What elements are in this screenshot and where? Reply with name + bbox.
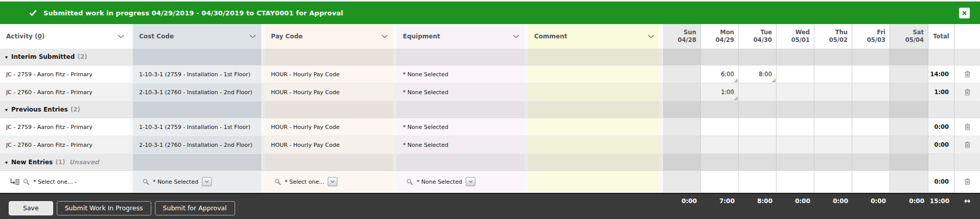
hours-cell-sat[interactable] xyxy=(890,136,928,154)
act-cell[interactable]: JC - 2760 - Aaron Fitz - Primary xyxy=(0,83,129,101)
collapse-caret-icon[interactable]: ▾ xyxy=(5,107,8,113)
hours-cell-sat[interactable] xyxy=(890,83,928,101)
activity-select-cell[interactable]: * Select one... - xyxy=(0,171,129,193)
equip-cell[interactable]: * None Selected xyxy=(397,136,525,154)
hours-cell-tue[interactable] xyxy=(739,118,777,136)
hours-cell-sat[interactable] xyxy=(890,118,928,136)
group-header-cell[interactable]: ▾Previous Entries(2) xyxy=(0,101,129,118)
hours-cell-sun[interactable] xyxy=(663,171,701,193)
hours-cell-mon[interactable]: 6:00 xyxy=(701,65,739,83)
pay-cell[interactable]: HOUR - Hourly Pay Code xyxy=(265,136,393,154)
group-header-cell[interactable]: ▾Interim Submitted(2) xyxy=(0,49,129,65)
search-icon[interactable] xyxy=(23,179,30,185)
hours-cell-thu[interactable] xyxy=(814,118,852,136)
hours-cell-wed[interactable] xyxy=(777,83,814,101)
hours-cell-wed[interactable] xyxy=(777,136,814,154)
group-cell-cost xyxy=(133,101,261,118)
cost-cell[interactable]: 1-10-3-1 (2759 - Installation - 1st Floo… xyxy=(133,118,261,136)
pay-cell[interactable]: HOUR - Hourly Pay Code xyxy=(265,83,393,101)
equip-select-value[interactable]: * None Selected xyxy=(417,179,462,185)
hours-cell-thu[interactable] xyxy=(814,83,852,101)
delete-row-button[interactable] xyxy=(964,89,971,96)
equip-cell[interactable]: * None Selected xyxy=(397,83,525,101)
collapse-caret-icon[interactable]: ▾ xyxy=(5,54,8,60)
hours-cell-fri[interactable] xyxy=(852,118,890,136)
hours-cell-mon[interactable] xyxy=(701,118,739,136)
cost-select-cell[interactable]: * None Selected xyxy=(133,171,261,193)
dropdown-button[interactable] xyxy=(328,177,337,186)
act-cell[interactable]: JC - 2759 - Aaron Fitz - Primary xyxy=(0,65,129,83)
hours-cell-fri[interactable] xyxy=(852,136,890,154)
hours-cell-mon[interactable] xyxy=(701,171,739,193)
pay-select-cell[interactable]: * Select one... xyxy=(265,171,393,193)
group-day-cell xyxy=(814,154,852,171)
comment-cell[interactable] xyxy=(528,136,659,154)
equip-select-cell[interactable]: * None Selected xyxy=(397,171,525,193)
activity-select-value[interactable]: * Select one... - xyxy=(33,179,77,185)
dropdown-button[interactable] xyxy=(466,177,475,186)
search-icon[interactable] xyxy=(275,179,281,185)
search-icon[interactable] xyxy=(143,179,149,185)
chevron-down-icon[interactable] xyxy=(648,34,654,38)
banner-close-button[interactable] xyxy=(959,8,970,18)
cost-cell[interactable]: 2-10-3-1 (2760 - Installation - 2nd Floo… xyxy=(133,83,261,101)
chevron-down-icon[interactable] xyxy=(249,34,256,38)
comment-cell[interactable] xyxy=(528,83,659,101)
pay-cell[interactable]: HOUR - Hourly Pay Code xyxy=(265,118,393,136)
cost-select-value[interactable]: * None Selected xyxy=(153,179,198,185)
hours-cell-mon[interactable]: 1:00 xyxy=(701,83,739,101)
hours-cell-sun[interactable] xyxy=(663,136,701,154)
copy-from-list-icon[interactable] xyxy=(10,179,19,185)
act-cell[interactable]: JC - 2760 - Aaron Fitz - Primary xyxy=(0,136,129,154)
delete-row-button[interactable] xyxy=(964,123,971,130)
delete-row-button[interactable] xyxy=(964,178,971,185)
hours-cell-fri[interactable] xyxy=(852,65,890,83)
hours-cell-tue[interactable] xyxy=(739,83,777,101)
hours-cell-wed[interactable] xyxy=(777,65,814,83)
hours-cell-wed[interactable] xyxy=(777,171,814,193)
hours-cell-thu[interactable] xyxy=(814,65,852,83)
column-gap xyxy=(261,154,265,171)
chevron-down-icon[interactable] xyxy=(381,34,388,38)
pay-select-value[interactable]: * Select one... xyxy=(285,179,324,185)
equip-cell[interactable]: * None Selected xyxy=(397,65,525,83)
chevron-down-icon[interactable] xyxy=(118,34,124,38)
activity-count-link[interactable]: 0 xyxy=(37,33,41,40)
delete-row-button[interactable] xyxy=(964,71,971,78)
collapse-caret-icon[interactable]: ▾ xyxy=(5,160,8,165)
column-header-act: Activity (0) xyxy=(0,24,129,49)
save-button[interactable]: Save xyxy=(9,201,53,215)
hours-cell-fri[interactable] xyxy=(852,171,890,193)
hours-cell-sun[interactable] xyxy=(663,65,701,83)
hours-cell-tue[interactable]: 8:00 xyxy=(739,65,777,83)
search-icon[interactable] xyxy=(406,179,413,185)
hours-cell-wed[interactable] xyxy=(777,118,814,136)
hours-cell-fri[interactable] xyxy=(852,83,890,101)
hours-cell-sat[interactable] xyxy=(890,171,928,193)
dropdown-button[interactable] xyxy=(202,177,212,186)
pay-cell[interactable]: HOUR - Hourly Pay Code xyxy=(265,65,393,83)
hours-cell-sun[interactable] xyxy=(663,118,701,136)
hours-cell-sat[interactable] xyxy=(890,65,928,83)
comment-cell[interactable] xyxy=(528,171,659,193)
act-cell[interactable]: JC - 2759 - Aaron Fitz - Primary xyxy=(0,118,129,136)
hours-cell-mon[interactable] xyxy=(701,136,739,154)
comment-cell[interactable] xyxy=(528,65,659,83)
delete-row-button[interactable] xyxy=(964,141,971,148)
hours-cell-sun[interactable] xyxy=(663,83,701,101)
hours-cell-tue[interactable] xyxy=(739,171,777,193)
resize-columns-icon[interactable]: ↔ xyxy=(954,195,980,207)
equip-cell[interactable]: * None Selected xyxy=(397,118,525,136)
submit-work-in-progress-button[interactable]: Submit Work In Progress xyxy=(57,201,151,215)
hours-cell-thu[interactable] xyxy=(814,171,852,193)
group-cell-comment xyxy=(528,49,659,65)
hours-cell-thu[interactable] xyxy=(814,136,852,154)
group-header-cell[interactable]: ▾New Entries(1)Unsaved xyxy=(0,154,129,171)
cost-cell[interactable]: 2-10-3-1 (2760 - Installation - 2nd Floo… xyxy=(133,136,261,154)
comment-cell[interactable] xyxy=(528,118,659,136)
cost-cell[interactable]: 1-10-3-1 (2759 - Installation - 1st Floo… xyxy=(133,65,261,83)
hours-cell-tue[interactable] xyxy=(739,136,777,154)
chevron-down-icon[interactable] xyxy=(513,34,519,38)
group-cell-equip xyxy=(397,101,525,118)
submit-for-approval-button[interactable]: Submit for Approval xyxy=(155,201,235,215)
